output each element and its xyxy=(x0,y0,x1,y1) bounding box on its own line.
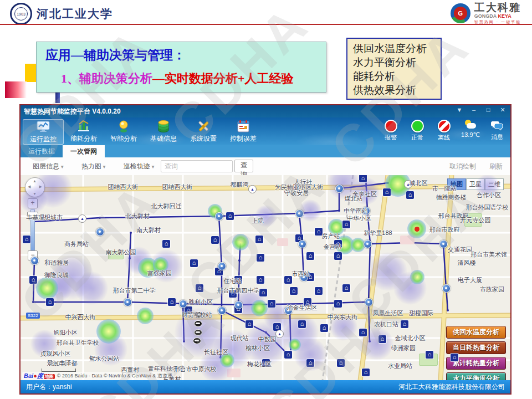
building-marker-icon[interactable]: ⌂ xyxy=(342,284,350,292)
status-item-normal[interactable]: 正常 xyxy=(406,120,428,142)
map-label: 交通花园 xyxy=(448,245,472,254)
menu-layer-info[interactable]: 图层信息 xyxy=(33,162,64,171)
maximize-button[interactable]: □ xyxy=(484,106,493,114)
station-triangle-icon[interactable]: ▲ xyxy=(248,185,257,193)
messages-icon xyxy=(491,120,503,132)
analysis-list-item: 供热效果分析 xyxy=(353,83,441,97)
map-label: 中华南站 xyxy=(344,207,368,215)
company-status: 河北工大科雅能源科技股份有限公司 xyxy=(398,382,505,392)
building-marker-icon[interactable]: ⌂ xyxy=(226,212,234,220)
building-marker-icon[interactable]: ⌂ xyxy=(334,252,342,260)
search-button[interactable]: 查询 xyxy=(234,160,253,172)
status-item-offline[interactable]: 离线 xyxy=(433,120,455,142)
valve-marker-icon[interactable] xyxy=(439,240,448,248)
map-label: 市西站 xyxy=(292,270,310,278)
station-triangle-icon[interactable]: ▲ xyxy=(275,330,284,338)
building-marker-icon[interactable]: ⌂ xyxy=(290,287,298,295)
building-marker-icon[interactable]: ⌂ xyxy=(334,300,342,308)
status-item-weather[interactable]: 13.9℃ xyxy=(459,120,482,142)
link-cancel-draw[interactable]: 取消绘制 xyxy=(449,162,476,171)
map-label: 东董村 xyxy=(163,375,181,381)
building-marker-icon[interactable]: ⌂ xyxy=(359,329,367,336)
building-marker-icon[interactable]: ⌂ xyxy=(168,298,176,306)
app-titlebar: 智慧热网节能监控平台 V4.0.0.20 ▼–□✕ xyxy=(21,105,510,117)
status-item-label: 13.9℃ xyxy=(461,131,480,139)
minimize-button[interactable]: – xyxy=(469,106,478,114)
building-marker-icon[interactable]: ⌂ xyxy=(162,240,170,248)
status-item-alarm[interactable]: 报警 xyxy=(380,120,402,142)
menu-heatmap[interactable]: 热力图 xyxy=(81,162,106,171)
nav-item-label: 能耗分析 xyxy=(70,134,97,144)
nav-item-system-settings[interactable]: 系统设置 xyxy=(183,119,223,144)
building-marker-icon[interactable]: ⌂ xyxy=(46,298,54,306)
transit-marker-icon[interactable] xyxy=(193,337,201,344)
transit-marker-icon[interactable] xyxy=(194,320,202,327)
building-marker-icon[interactable]: ⌂ xyxy=(315,287,323,295)
building-marker-icon[interactable]: ⌂ xyxy=(306,252,314,260)
station-triangle-icon[interactable]: ▲ xyxy=(78,214,86,223)
analysis-button-hydraulic-balance[interactable]: 水力平衡度分析 xyxy=(446,372,506,380)
tab-running-data[interactable]: 运行数据 xyxy=(21,145,63,157)
dropdown-icon[interactable]: ▼ xyxy=(455,106,464,114)
building-marker-icon[interactable]: ⌂ xyxy=(284,351,292,359)
nav-item-control-error[interactable]: 控制误差 xyxy=(223,119,263,144)
menu-patrol-track[interactable]: 巡检轨迹 xyxy=(124,162,155,171)
map-label: 榆林小区 xyxy=(245,344,270,352)
nav-item-basic-info[interactable]: 基础信息 xyxy=(144,119,183,144)
building-marker-icon[interactable]: ⌂ xyxy=(426,351,433,359)
valve-marker-icon[interactable] xyxy=(364,240,372,248)
analysis-button-supply-return-temp[interactable]: 供回水温度分析 xyxy=(446,326,506,339)
tab-primary-network[interactable]: 一次管网 xyxy=(63,145,105,157)
map-label: 中华小区 xyxy=(347,214,371,223)
valve-marker-icon[interactable] xyxy=(218,262,226,270)
nav-item-monitoring[interactable]: 运行监控 xyxy=(23,119,64,145)
building-marker-icon[interactable]: ⌂ xyxy=(257,254,264,262)
valve-marker-icon[interactable] xyxy=(96,228,104,236)
valve-marker-icon[interactable] xyxy=(335,185,344,193)
valve-marker-icon[interactable] xyxy=(124,298,132,306)
valve-marker-icon[interactable] xyxy=(215,212,223,221)
map-canvas[interactable]: ▲ ▼ ◀ ▶ + − 地图卫星三维 供回水温度分析当日耗热量分析累计耗热量分析… xyxy=(21,175,510,380)
map-label: 邢台市第二中学 xyxy=(113,287,156,295)
valve-marker-icon[interactable] xyxy=(30,257,39,265)
building-marker-icon[interactable]: ⌂ xyxy=(268,300,275,308)
building-marker-icon[interactable]: ⌂ xyxy=(337,359,345,367)
building-marker-icon[interactable]: ⌂ xyxy=(306,359,314,367)
building-marker-icon[interactable]: ⌂ xyxy=(320,324,328,332)
building-marker-icon[interactable]: ⌂ xyxy=(211,236,219,244)
building-marker-icon[interactable]: ⌂ xyxy=(190,259,198,267)
nav-item-smart-analysis[interactable]: 智能分析 xyxy=(104,119,144,144)
valve-marker-icon[interactable] xyxy=(234,301,243,309)
valve-marker-icon[interactable] xyxy=(298,240,306,248)
search-input[interactable] xyxy=(161,160,233,172)
weather-icon xyxy=(464,120,477,130)
valve-marker-icon[interactable] xyxy=(295,209,304,218)
building-marker-icon[interactable]: ⌂ xyxy=(284,276,292,284)
link-refresh[interactable]: 刷新 xyxy=(489,162,503,171)
building-marker-icon[interactable]: ⌂ xyxy=(406,191,414,199)
building-marker-icon[interactable]: ⌂ xyxy=(29,276,37,284)
nav-item-energy-analysis[interactable]: 能耗分析 xyxy=(64,119,104,144)
building-marker-icon[interactable]: ⌂ xyxy=(196,284,203,292)
transit-marker-icon[interactable] xyxy=(194,329,202,336)
building-marker-icon[interactable]: ⌂ xyxy=(383,188,391,196)
analysis-button-daily-heat[interactable]: 当日耗热量分析 xyxy=(446,341,506,354)
valve-marker-icon[interactable] xyxy=(442,284,451,293)
close-button[interactable]: ✕ xyxy=(498,106,507,114)
building-marker-icon[interactable]: ⌂ xyxy=(378,335,386,343)
building-marker-icon[interactable]: ⌂ xyxy=(359,175,367,182)
tab-bar: 运行数据一次管网 xyxy=(21,145,510,157)
valve-marker-icon[interactable] xyxy=(365,298,373,306)
building-marker-icon[interactable]: ⌂ xyxy=(245,320,253,328)
building-marker-icon[interactable]: ⌂ xyxy=(259,289,267,296)
building-marker-icon[interactable]: ⌂ xyxy=(257,276,264,284)
building-marker-icon[interactable]: ⌂ xyxy=(23,236,30,243)
valve-marker-icon[interactable] xyxy=(218,306,226,315)
valve-marker-icon[interactable] xyxy=(179,300,187,308)
status-item-messages[interactable]: 消息 xyxy=(486,120,508,142)
building-marker-icon[interactable]: ⌂ xyxy=(255,236,263,243)
building-marker-icon[interactable]: ⌂ xyxy=(362,369,370,376)
building-marker-icon[interactable]: ⌂ xyxy=(401,320,408,328)
building-marker-icon[interactable]: ⌂ xyxy=(298,320,306,328)
building-marker-icon[interactable]: ⌂ xyxy=(451,354,458,361)
